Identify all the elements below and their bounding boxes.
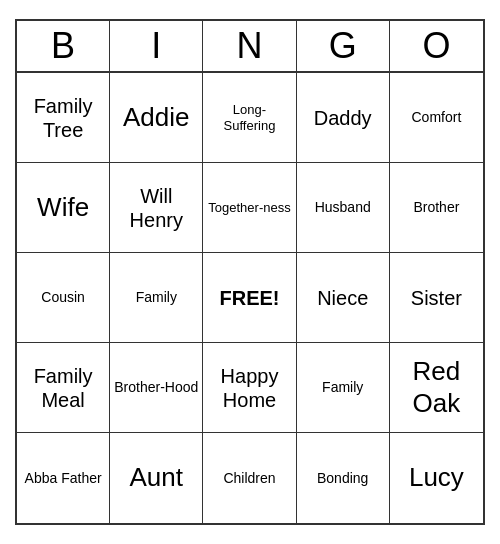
bingo-cell: Comfort [390, 73, 483, 163]
bingo-cell: Family Meal [17, 343, 110, 433]
bingo-cell: Long-Suffering [203, 73, 296, 163]
bingo-cell: Bonding [297, 433, 390, 523]
bingo-cell: Brother-Hood [110, 343, 203, 433]
header-letter: O [390, 21, 483, 71]
bingo-cell: Red Oak [390, 343, 483, 433]
header-letter: I [110, 21, 203, 71]
header-letter: B [17, 21, 110, 71]
bingo-cell: Family [297, 343, 390, 433]
bingo-cell: Lucy [390, 433, 483, 523]
bingo-cell: Together-ness [203, 163, 296, 253]
bingo-cell: Husband [297, 163, 390, 253]
bingo-grid: Family TreeAddieLong-SufferingDaddyComfo… [17, 73, 483, 523]
bingo-cell: Family Tree [17, 73, 110, 163]
bingo-cell: Abba Father [17, 433, 110, 523]
bingo-cell: Family [110, 253, 203, 343]
bingo-cell: Niece [297, 253, 390, 343]
bingo-cell: Wife [17, 163, 110, 253]
bingo-cell: Happy Home [203, 343, 296, 433]
bingo-card: BINGO Family TreeAddieLong-SufferingDadd… [15, 19, 485, 525]
bingo-cell: Sister [390, 253, 483, 343]
header-letter: G [297, 21, 390, 71]
bingo-cell: Addie [110, 73, 203, 163]
bingo-cell: Will Henry [110, 163, 203, 253]
bingo-cell: Daddy [297, 73, 390, 163]
bingo-cell: Children [203, 433, 296, 523]
bingo-cell: Brother [390, 163, 483, 253]
bingo-cell: Aunt [110, 433, 203, 523]
header-letter: N [203, 21, 296, 71]
bingo-cell: FREE! [203, 253, 296, 343]
bingo-header: BINGO [17, 21, 483, 73]
bingo-cell: Cousin [17, 253, 110, 343]
